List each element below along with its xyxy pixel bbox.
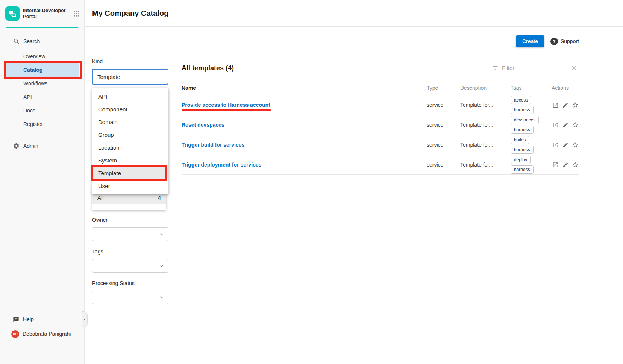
- processing-status-label: Processing Status: [92, 280, 168, 288]
- row-type: service: [427, 162, 460, 168]
- table-row: Reset devspaces service Template for... …: [182, 115, 579, 135]
- kind-dropdown-option[interactable]: Group: [92, 128, 168, 141]
- page-title: My Company Catalog: [92, 9, 168, 18]
- star-icon[interactable]: [572, 141, 579, 148]
- row-description: Template for...: [460, 122, 511, 128]
- kind-dropdown-option[interactable]: Template: [92, 167, 168, 179]
- sidebar-item-catalog[interactable]: Catalog: [6, 63, 79, 77]
- chevron-left-icon: [83, 317, 86, 322]
- help-label: Help: [23, 316, 34, 322]
- kind-dropdown-option[interactable]: Location: [92, 141, 168, 154]
- table-header: Name Type Description Tags Actions: [182, 85, 579, 95]
- sidebar-footer: ? Help DP Debabrata Panigrahi: [0, 308, 84, 338]
- filter-input[interactable]: [502, 65, 568, 71]
- sidebar-item-admin[interactable]: Admin: [0, 139, 84, 153]
- template-name-link[interactable]: Trigger build for services: [182, 142, 244, 148]
- app-root: Internal Developer Portal: [0, 0, 623, 364]
- app-title-line2: Portal: [23, 14, 72, 20]
- app-logo-icon: [5, 6, 20, 21]
- tags-select[interactable]: [92, 259, 168, 273]
- sidebar-item-label: Search: [23, 38, 40, 44]
- user-name: Debabrata Panigrahi: [23, 331, 71, 337]
- kind-dropdown-option[interactable]: Component: [92, 103, 168, 115]
- edit-icon[interactable]: [562, 142, 568, 148]
- sidebar-item-register[interactable]: Register: [0, 117, 84, 131]
- sidebar-item-search[interactable]: Search: [0, 35, 84, 48]
- template-name-link[interactable]: Provide access to Harness account: [182, 102, 270, 108]
- tag-badge: access: [511, 96, 531, 104]
- table-body: Provide access to Harness account servic…: [182, 95, 579, 175]
- sidebar-collapse-handle[interactable]: [82, 311, 88, 327]
- template-name-link[interactable]: Reset devspaces: [182, 122, 224, 128]
- star-icon[interactable]: [572, 161, 579, 168]
- question-icon: ?: [550, 38, 558, 45]
- sidebar-item-overview[interactable]: Overview: [0, 50, 84, 63]
- kind-select[interactable]: Template: [92, 69, 168, 85]
- row-actions: [552, 121, 579, 128]
- apps-grid-icon[interactable]: [73, 11, 80, 17]
- sidebar-item-label: API: [23, 94, 32, 100]
- sidebar-item-label: Catalog: [23, 67, 42, 73]
- table-row: Provide access to Harness account servic…: [182, 95, 579, 115]
- row-type: service: [427, 102, 460, 108]
- kind-dropdown-option[interactable]: API: [92, 90, 168, 103]
- sidebar-item-label: Register: [23, 121, 43, 127]
- user-profile[interactable]: DP Debabrata Panigrahi: [0, 329, 84, 338]
- sidebar: Internal Developer Portal: [0, 0, 85, 364]
- chevron-down-icon: [159, 263, 164, 268]
- sidebar-nav: Search Overview Catalog Workflows API Do…: [0, 28, 84, 153]
- row-actions: [552, 102, 579, 108]
- gear-icon: [13, 143, 20, 149]
- row-tags: buildsharness: [511, 136, 552, 154]
- open-in-new-icon[interactable]: [552, 122, 559, 128]
- open-in-new-icon[interactable]: [552, 102, 559, 108]
- filter-icon: [492, 65, 499, 71]
- star-icon[interactable]: [572, 121, 579, 128]
- row-type: service: [427, 122, 460, 128]
- help-chat-icon: ?: [13, 316, 19, 323]
- open-in-new-icon[interactable]: [552, 162, 559, 168]
- row-actions: [552, 141, 579, 148]
- edit-icon[interactable]: [562, 162, 568, 168]
- sidebar-header: Internal Developer Portal: [0, 0, 84, 27]
- open-in-new-icon[interactable]: [552, 142, 559, 148]
- table-row: Trigger build for services service Templ…: [182, 135, 579, 155]
- sidebar-item-docs[interactable]: Docs: [0, 104, 84, 117]
- chevron-down-icon: [159, 232, 164, 237]
- sidebar-item-workflows[interactable]: Workflows: [0, 77, 84, 90]
- sidebar-item-label: Docs: [23, 108, 35, 114]
- help-button[interactable]: ? Help: [0, 314, 84, 325]
- support-button[interactable]: ? Support: [550, 38, 579, 45]
- column-type: Type: [427, 85, 460, 91]
- column-name: Name: [182, 85, 427, 91]
- sidebar-item-api[interactable]: API: [0, 90, 84, 104]
- tag-badge: builds: [511, 136, 529, 144]
- row-description: Template for...: [460, 162, 511, 168]
- main-header: My Company Catalog: [85, 0, 623, 27]
- personal-filter-count: 4: [158, 194, 161, 201]
- column-tags: Tags: [511, 85, 552, 91]
- kind-dropdown-menu: APIComponentDomainGroupLocationSystemTem…: [92, 88, 168, 194]
- tag-badge: harness: [511, 146, 534, 154]
- clear-filter-icon[interactable]: [571, 65, 577, 71]
- svg-text:?: ?: [15, 317, 17, 320]
- kind-dropdown-option[interactable]: User: [92, 179, 168, 192]
- edit-icon[interactable]: [562, 122, 568, 128]
- search-icon: [13, 38, 20, 45]
- star-icon[interactable]: [572, 102, 579, 108]
- edit-icon[interactable]: [562, 102, 568, 108]
- list-heading: All templates (4): [182, 64, 234, 72]
- processing-status-select[interactable]: [92, 291, 168, 304]
- column-description: Description: [460, 85, 511, 91]
- app-title-line1: Internal Developer: [23, 8, 72, 14]
- tag-badge: harness: [511, 126, 534, 134]
- tag-badge: harness: [511, 165, 534, 174]
- create-button[interactable]: Create: [516, 35, 544, 47]
- chevron-down-icon: [159, 295, 164, 300]
- column-actions: Actions: [552, 85, 579, 91]
- kind-dropdown-option[interactable]: Domain: [92, 115, 168, 128]
- owner-select[interactable]: [92, 228, 168, 241]
- template-name-link[interactable]: Trigger deployment for services: [182, 162, 261, 168]
- kind-dropdown-option[interactable]: System: [92, 154, 168, 167]
- sidebar-item-label: Workflows: [23, 80, 47, 86]
